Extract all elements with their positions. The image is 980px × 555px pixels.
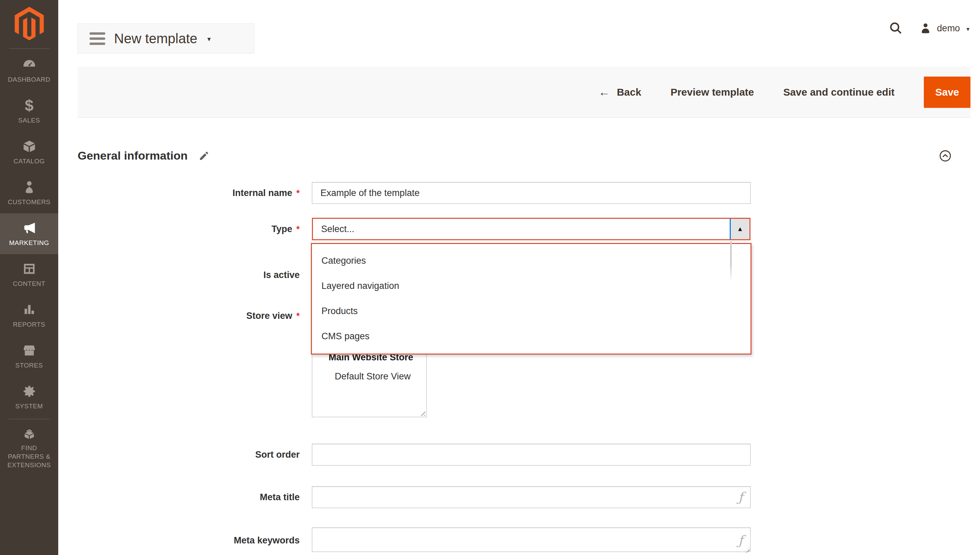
edit-pencil-icon[interactable] <box>199 151 209 161</box>
magento-logo[interactable] <box>0 0 58 40</box>
sort-order-input[interactable] <box>312 444 750 465</box>
back-arrow-icon: ← <box>598 85 610 99</box>
extensions-icon <box>22 425 37 441</box>
magento-logo-icon <box>14 7 44 40</box>
sidebar-item-marketing[interactable]: MARKETING <box>0 213 58 254</box>
meta-title-label: Meta title <box>260 492 300 503</box>
admin-sidebar: DASHBOARD $ SALES CATALOG CUSTOMERS MARK… <box>0 0 58 555</box>
content-area: General information Internal name * Type <box>58 149 980 553</box>
reports-icon <box>22 302 37 318</box>
customers-icon <box>22 179 37 195</box>
page-title: New template <box>114 31 198 46</box>
type-option-categories[interactable]: Categories <box>312 248 750 273</box>
chevron-down-icon: ▼ <box>206 36 212 43</box>
dashboard-icon <box>22 57 37 72</box>
general-information-form: Internal name * Type * Select... ▲ <box>78 182 970 553</box>
meta-title-input[interactable] <box>312 486 750 508</box>
sidebar-item-sales[interactable]: $ SALES <box>0 91 58 132</box>
sidebar-item-label: CONTENT <box>13 280 45 288</box>
store-view-label: Store view * <box>246 311 300 321</box>
collapse-section-icon[interactable] <box>939 149 952 162</box>
is-active-label: Is active <box>263 270 300 281</box>
sidebar-item-label: MARKETING <box>9 239 49 247</box>
type-select-value: Select... <box>321 224 355 234</box>
sidebar-item-label: DASHBOARD <box>8 75 50 84</box>
back-button-label: Back <box>617 87 641 98</box>
sidebar-item-label: CUSTOMERS <box>8 198 51 207</box>
type-select-wrap: Select... ▲ Categories Layered navigatio… <box>312 218 750 240</box>
sidebar-divider <box>9 48 49 49</box>
required-marker: * <box>296 188 300 198</box>
sidebar-item-find-partners[interactable]: FIND PARTNERS & EXTENSIONS <box>0 420 58 474</box>
sidebar-item-label: CATALOG <box>14 157 45 166</box>
sidebar-item-system[interactable]: SYSTEM <box>0 377 58 417</box>
main-area: New template ▼ demo ▼ ← Back Preview tem… <box>58 0 980 553</box>
page-title-dropdown[interactable]: New template ▼ <box>78 24 254 53</box>
admin-user-name: demo <box>937 23 960 34</box>
save-and-continue-button[interactable]: Save and continue edit <box>783 87 895 98</box>
store-view-option[interactable]: Default Store View <box>312 367 426 386</box>
meta-title-row: Meta title ƒ <box>78 486 970 508</box>
type-label: Type * <box>272 224 300 234</box>
sidebar-item-label: REPORTS <box>13 321 45 329</box>
resize-handle[interactable] <box>419 410 425 416</box>
system-icon <box>22 383 37 399</box>
page-header: New template ▼ demo ▼ <box>58 0 980 67</box>
sidebar-item-label: SYSTEM <box>15 402 43 411</box>
user-icon <box>919 22 932 34</box>
sidebar-item-label: FIND PARTNERS & EXTENSIONS <box>4 444 55 469</box>
internal-name-label: Internal name * <box>233 188 300 198</box>
triangle-up-icon: ▲ <box>737 225 743 233</box>
header-actions: demo ▼ <box>889 21 970 35</box>
type-option-products[interactable]: Products <box>312 298 750 324</box>
sidebar-item-customers[interactable]: CUSTOMERS <box>0 173 58 213</box>
sidebar-item-reports[interactable]: REPORTS <box>0 295 58 336</box>
hamburger-menu-icon <box>90 32 105 45</box>
back-button[interactable]: ← Back <box>598 85 641 99</box>
sidebar-item-label: SALES <box>18 116 40 125</box>
admin-user-menu[interactable]: demo ▼ <box>919 22 970 34</box>
type-option-layered-navigation[interactable]: Layered navigation <box>312 273 750 298</box>
meta-title-wrap: ƒ <box>312 486 750 508</box>
sidebar-item-label: STORES <box>15 361 43 370</box>
page-actions-bar: ← Back Preview template Save and continu… <box>78 67 970 118</box>
meta-keywords-wrap: ƒ <box>312 528 750 553</box>
search-icon[interactable] <box>889 21 903 35</box>
meta-keywords-row: Meta keywords ƒ <box>78 528 970 553</box>
sort-order-label: Sort order <box>255 449 300 460</box>
required-marker: * <box>296 311 300 321</box>
sidebar-item-dashboard[interactable]: DASHBOARD <box>0 50 58 91</box>
sidebar-item-stores[interactable]: STORES <box>0 336 58 377</box>
catalog-icon <box>22 138 37 154</box>
type-row: Type * Select... ▲ Categories Layered na… <box>78 218 970 240</box>
section-title: General information <box>78 149 188 162</box>
required-marker: * <box>296 224 300 234</box>
sidebar-item-content[interactable]: CONTENT <box>0 254 58 295</box>
preview-template-label: Preview template <box>670 87 754 98</box>
save-button[interactable]: Save <box>924 77 970 108</box>
meta-keywords-label: Meta keywords <box>234 535 300 546</box>
save-and-continue-label: Save and continue edit <box>783 87 895 98</box>
type-dropdown: Categories Layered navigation Products C… <box>311 243 752 354</box>
chevron-down-icon: ▼ <box>966 26 970 32</box>
type-option-cms-pages[interactable]: CMS pages <box>312 324 750 349</box>
sidebar-item-catalog[interactable]: CATALOG <box>0 132 58 173</box>
section-header: General information <box>78 149 970 162</box>
internal-name-input[interactable] <box>312 182 750 204</box>
internal-name-row: Internal name * <box>78 182 970 204</box>
sales-icon: $ <box>25 98 34 113</box>
type-select[interactable]: Select... ▲ <box>312 218 750 240</box>
select-arrow-button[interactable]: ▲ <box>730 219 749 239</box>
stores-icon <box>22 343 37 358</box>
meta-keywords-input[interactable] <box>312 528 750 552</box>
preview-template-button[interactable]: Preview template <box>670 87 754 98</box>
content-icon <box>22 261 37 277</box>
sidebar-divider <box>9 419 49 419</box>
marketing-icon <box>22 220 37 236</box>
sort-order-row: Sort order <box>78 444 970 465</box>
